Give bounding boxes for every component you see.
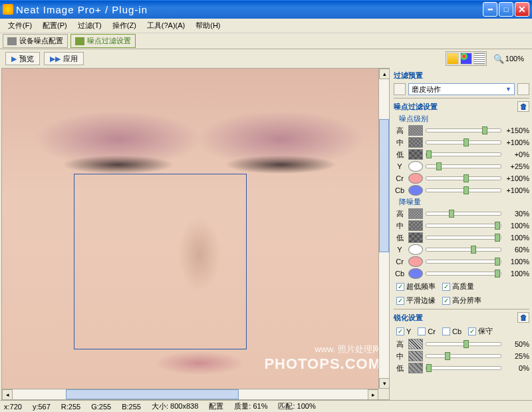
vertical-scrollbar[interactable]: ▴ ▾ xyxy=(378,69,389,389)
cr-channel-icon xyxy=(408,173,423,184)
view-variants-button[interactable] xyxy=(473,53,485,65)
sharpen-low-slider[interactable] xyxy=(426,366,501,370)
reduce-cb-slider[interactable] xyxy=(426,272,501,276)
level-high-slider[interactable] xyxy=(426,128,501,132)
noise-level-header: 噪点级别 xyxy=(394,113,529,124)
noise-filter-header: 噪点过滤设置 xyxy=(394,102,438,112)
status-quality: 61% xyxy=(253,402,267,410)
horizontal-scrollbar[interactable]: ◂ ▸ xyxy=(2,389,378,399)
magnifier-icon: 🔍 xyxy=(493,54,504,64)
reduce-high-slider[interactable] xyxy=(426,212,501,216)
menubar: 文件(F) 配置(P) 过滤(T) 操作(Z) 工具(?A)(A) 帮助(H) xyxy=(0,19,532,33)
image-canvas[interactable]: www. 照片处理网 PHOTOPS.COM xyxy=(2,69,389,389)
level-y-slider[interactable] xyxy=(426,164,501,168)
status-x: 720 xyxy=(10,403,22,411)
tab-device-label: 设备噪点配置 xyxy=(19,36,63,46)
level-high-row: 高+150% xyxy=(394,124,529,136)
level-cb-slider[interactable] xyxy=(426,188,501,192)
reduce-mid-row: 中100% xyxy=(394,220,529,232)
sharpen-y-checkbox[interactable]: ✓Y xyxy=(396,326,411,336)
level-low-row: 低+0% xyxy=(394,148,529,160)
reduce-cr-slider[interactable] xyxy=(426,260,501,264)
level-mid-row: 中+100% xyxy=(394,136,529,148)
image-viewport[interactable]: www. 照片处理网 PHOTOPS.COM ▴ ▾ ◂ ▸ xyxy=(1,68,390,400)
y-channel-icon xyxy=(408,161,423,172)
minimize-button[interactable]: ━ xyxy=(483,2,497,17)
view-component-button[interactable] xyxy=(460,53,472,65)
hires-checkbox[interactable]: ✓高分辨率 xyxy=(442,296,481,306)
scroll-up-button[interactable]: ▴ xyxy=(379,69,390,79)
cr-channel-icon xyxy=(408,256,423,267)
reduce-low-row: 低100% xyxy=(394,232,529,244)
tab-filter-label: 噪点过滤设置 xyxy=(87,36,131,46)
vlf-checkbox[interactable]: ✓超低频率 xyxy=(396,282,436,292)
maximize-button[interactable]: □ xyxy=(499,2,513,17)
menu-action[interactable]: 操作(Z) xyxy=(107,19,142,32)
reset-sharpen-button[interactable]: 🗑 xyxy=(517,312,529,323)
reduce-cr-row: Cr100% xyxy=(394,256,529,268)
preset-save-button[interactable] xyxy=(517,83,529,95)
status-g: 255 xyxy=(99,403,111,411)
scroll-down-button[interactable]: ▾ xyxy=(379,378,390,389)
reset-filter-button[interactable]: 🗑 xyxy=(517,101,529,112)
preset-load-button[interactable] xyxy=(394,83,406,95)
preset-dropdown[interactable]: 磨皮动作▼ xyxy=(408,83,515,95)
sharpen-high-icon xyxy=(408,339,423,349)
menu-help[interactable]: 帮助(H) xyxy=(190,19,225,32)
reduce-high-row: 高30% xyxy=(394,208,529,220)
level-y-row: Y+25% xyxy=(394,160,529,172)
vscroll-thumb[interactable] xyxy=(379,119,389,252)
reduce-y-slider[interactable] xyxy=(426,248,501,252)
sharpen-cr-checkbox[interactable]: Cr xyxy=(418,326,436,336)
sharpen-high-slider[interactable] xyxy=(426,342,501,346)
smooth-checkbox[interactable]: ✓平滑边缘 xyxy=(396,296,436,306)
menu-tools[interactable]: 工具(?A)(A) xyxy=(142,19,190,32)
apply-button[interactable]: ▶▶应用 xyxy=(44,52,84,65)
sharpen-mid-row: 中25% xyxy=(394,350,529,362)
scroll-right-button[interactable]: ▸ xyxy=(368,389,378,400)
fastforward-icon: ▶▶ xyxy=(50,55,61,63)
freq-mid-icon xyxy=(408,220,423,231)
scroll-left-button[interactable]: ◂ xyxy=(2,389,13,400)
sharpen-mid-slider[interactable] xyxy=(426,354,501,358)
preset-header: 过滤预置 xyxy=(394,69,529,82)
status-size: 800x838 xyxy=(170,402,198,410)
tab-device-noise[interactable]: 设备噪点配置 xyxy=(3,34,68,48)
reduce-low-slider[interactable] xyxy=(426,236,501,240)
scroll-corner xyxy=(378,389,389,399)
menu-config[interactable]: 配置(P) xyxy=(37,19,72,32)
menu-file[interactable]: 文件(F) xyxy=(3,19,37,32)
freq-mid-icon xyxy=(408,137,423,148)
reduce-cb-row: Cb100% xyxy=(394,268,529,280)
sharpen-low-row: 低0% xyxy=(394,362,529,374)
window-title: Neat Image Pro+ / Plug-in xyxy=(16,4,483,15)
app-icon xyxy=(3,4,13,15)
sharpen-cb-checkbox[interactable]: Cb xyxy=(442,326,462,336)
y-channel-icon xyxy=(408,244,423,255)
freq-low-icon xyxy=(408,149,423,160)
level-mid-slider[interactable] xyxy=(426,140,501,144)
cb-channel-icon xyxy=(408,185,423,196)
sharpen-header: 锐化设置 xyxy=(394,313,423,323)
level-low-slider[interactable] xyxy=(426,152,501,156)
preview-button[interactable]: ▶预览 xyxy=(5,52,40,65)
selection-rectangle[interactable] xyxy=(74,174,247,349)
hq-checkbox[interactable]: ✓高质量 xyxy=(442,282,474,292)
statusbar: x:720 y:567 R:255 G:255 B:255 大小: 800x83… xyxy=(0,400,532,412)
hscroll-thumb[interactable] xyxy=(66,389,239,399)
level-cr-slider[interactable] xyxy=(426,176,501,180)
level-cr-row: Cr+100% xyxy=(394,172,529,184)
freq-low-icon xyxy=(408,232,423,243)
level-cb-row: Cb+100% xyxy=(394,184,529,196)
chevron-down-icon: ▼ xyxy=(505,86,511,93)
zoom-control[interactable]: 🔍100% xyxy=(491,54,527,64)
menu-filter[interactable]: 过滤(T) xyxy=(72,19,107,32)
close-button[interactable]: ✕ xyxy=(515,2,529,17)
status-config: 配置 xyxy=(209,401,223,411)
status-match: 100% xyxy=(297,402,316,410)
sharpen-keep-checkbox[interactable]: ✓保守 xyxy=(468,326,493,336)
view-original-button[interactable] xyxy=(447,53,459,65)
tab-noise-filter[interactable]: 噪点过滤设置 xyxy=(70,34,136,48)
status-b: 255 xyxy=(129,403,141,411)
reduce-mid-slider[interactable] xyxy=(426,224,501,228)
